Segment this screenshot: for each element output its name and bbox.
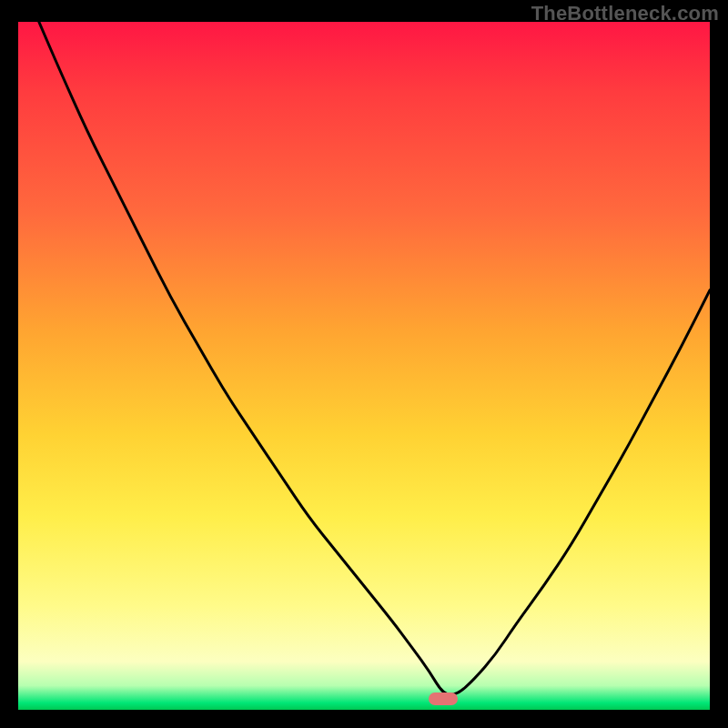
curve-svg [18, 22, 710, 710]
chart-frame: TheBottleneck.com [0, 0, 728, 728]
bottleneck-curve-path [39, 22, 710, 694]
minimum-marker [429, 693, 458, 705]
plot-area [18, 22, 710, 710]
watermark-text: TheBottleneck.com [531, 2, 719, 25]
